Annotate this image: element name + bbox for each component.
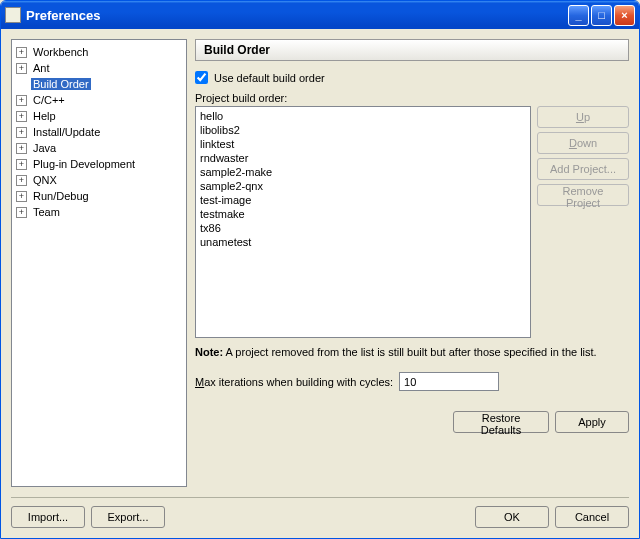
client-area: +Workbench+AntBuild Order+C/C+++Help+Ins… <box>1 29 639 538</box>
tree-item-label: Install/Update <box>31 126 102 138</box>
expand-icon[interactable]: + <box>16 47 27 58</box>
expand-icon[interactable]: + <box>16 175 27 186</box>
minimize-button[interactable]: _ <box>568 5 589 26</box>
maximize-button[interactable]: □ <box>591 5 612 26</box>
window-controls: _ □ × <box>568 5 635 26</box>
list-item[interactable]: rndwaster <box>200 151 526 165</box>
down-button[interactable]: Down <box>537 132 629 154</box>
ok-cancel-group: OK Cancel <box>475 506 629 528</box>
tree-item-team[interactable]: +Team <box>14 204 184 220</box>
list-item[interactable]: tx86 <box>200 221 526 235</box>
iterations-input[interactable] <box>399 372 499 391</box>
add-project-button[interactable]: Add Project... <box>537 158 629 180</box>
apply-button[interactable]: Apply <box>555 411 629 433</box>
use-default-checkbox[interactable] <box>195 71 208 84</box>
restore-defaults-button[interactable]: Restore Defaults <box>453 411 549 433</box>
main-area: +Workbench+AntBuild Order+C/C+++Help+Ins… <box>11 39 629 487</box>
app-icon <box>5 7 21 23</box>
defaults-apply-row: Restore Defaults Apply <box>195 411 629 433</box>
iterations-row: Max iterations when building with cycles… <box>195 372 629 391</box>
category-tree[interactable]: +Workbench+AntBuild Order+C/C+++Help+Ins… <box>11 39 187 487</box>
maximize-icon: □ <box>598 9 605 21</box>
close-icon: × <box>621 9 627 21</box>
list-item[interactable]: hello <box>200 109 526 123</box>
tree-item-label: Java <box>31 142 58 154</box>
tree-item-run-debug[interactable]: +Run/Debug <box>14 188 184 204</box>
tree-item-label: Ant <box>31 62 52 74</box>
tree-item-workbench[interactable]: +Workbench <box>14 44 184 60</box>
list-buttons: Up Down Add Project... Remove Project <box>537 106 629 338</box>
separator <box>11 497 629 498</box>
list-item[interactable]: sample2-qnx <box>200 179 526 193</box>
page-header: Build Order <box>195 39 629 61</box>
expand-icon[interactable]: + <box>16 111 27 122</box>
import-button[interactable]: Import... <box>11 506 85 528</box>
expand-icon[interactable]: + <box>16 95 27 106</box>
expand-icon[interactable]: + <box>16 63 27 74</box>
iterations-label: Max iterations when building with cycles… <box>195 376 393 388</box>
tree-item-install-update[interactable]: +Install/Update <box>14 124 184 140</box>
tree-item-label: QNX <box>31 174 59 186</box>
page-title: Build Order <box>204 43 270 57</box>
list-item[interactable]: sample2-make <box>200 165 526 179</box>
tree-item-label: Team <box>31 206 62 218</box>
up-button[interactable]: Up <box>537 106 629 128</box>
cancel-button[interactable]: Cancel <box>555 506 629 528</box>
tree-item-qnx[interactable]: +QNX <box>14 172 184 188</box>
close-button[interactable]: × <box>614 5 635 26</box>
expand-icon[interactable]: + <box>16 127 27 138</box>
tree-item-label: Run/Debug <box>31 190 91 202</box>
note-text: A project removed from the list is still… <box>226 346 597 358</box>
tree-item-c-c-[interactable]: +C/C++ <box>14 92 184 108</box>
form-area: Use default build order Project build or… <box>195 61 629 487</box>
ok-button[interactable]: OK <box>475 506 549 528</box>
use-default-row: Use default build order <box>195 71 629 84</box>
expand-icon[interactable]: + <box>16 143 27 154</box>
list-item[interactable]: test-image <box>200 193 526 207</box>
build-order-row: hellolibolibs2linktestrndwastersample2-m… <box>195 106 629 338</box>
tree-item-build-order[interactable]: Build Order <box>14 76 184 92</box>
preferences-window: Preferences _ □ × +Workbench+AntBuild Or… <box>0 0 640 539</box>
list-item[interactable]: testmake <box>200 207 526 221</box>
note-row: Note: A project removed from the list is… <box>195 346 629 358</box>
tree-item-java[interactable]: +Java <box>14 140 184 156</box>
content-pane: Build Order Use default build order Proj… <box>195 39 629 487</box>
tree-item-label: Plug-in Development <box>31 158 137 170</box>
project-build-order-list[interactable]: hellolibolibs2linktestrndwastersample2-m… <box>195 106 531 338</box>
import-export-group: Import... Export... <box>11 506 165 528</box>
expand-icon[interactable]: + <box>16 191 27 202</box>
tree-item-label: Workbench <box>31 46 90 58</box>
expand-icon[interactable]: + <box>16 207 27 218</box>
use-default-label[interactable]: Use default build order <box>214 72 325 84</box>
tree-item-plug-in-development[interactable]: +Plug-in Development <box>14 156 184 172</box>
titlebar[interactable]: Preferences _ □ × <box>1 1 639 29</box>
export-button[interactable]: Export... <box>91 506 165 528</box>
list-item[interactable]: libolibs2 <box>200 123 526 137</box>
window-title: Preferences <box>26 8 568 23</box>
tree-item-help[interactable]: +Help <box>14 108 184 124</box>
note-prefix: Note: <box>195 346 223 358</box>
tree-item-label: Build Order <box>31 78 91 90</box>
tree-item-label: Help <box>31 110 58 122</box>
build-order-label: Project build order: <box>195 92 629 104</box>
list-item[interactable]: unametest <box>200 235 526 249</box>
expand-icon[interactable]: + <box>16 159 27 170</box>
minimize-icon: _ <box>575 9 581 21</box>
remove-project-button[interactable]: Remove Project <box>537 184 629 206</box>
tree-item-label: C/C++ <box>31 94 67 106</box>
tree-item-ant[interactable]: +Ant <box>14 60 184 76</box>
bottom-button-row: Import... Export... OK Cancel <box>11 506 629 528</box>
list-item[interactable]: linktest <box>200 137 526 151</box>
